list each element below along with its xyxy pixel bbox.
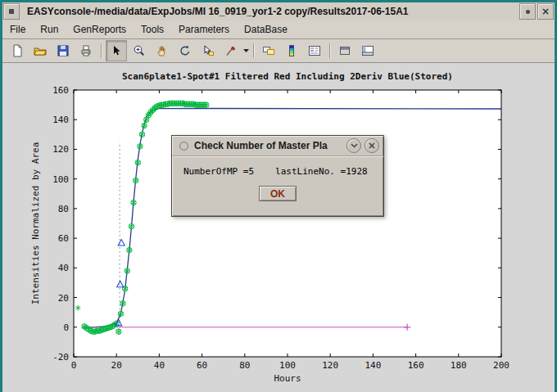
svg-text:200: 200 (493, 360, 509, 371)
chevron-down-icon (351, 142, 358, 149)
svg-text:80: 80 (239, 360, 250, 371)
number-of-mp-value: NumberOfMP =5 (183, 166, 254, 177)
brush-icon (224, 44, 238, 57)
hide-plot-tools-button[interactable] (334, 40, 355, 61)
dialog-title: Check Number of Master Pla (194, 140, 343, 151)
show-plot-tools-icon (361, 44, 374, 57)
rotate-3d-button[interactable] (174, 40, 196, 61)
open-file-button[interactable] (29, 40, 51, 61)
brush-button[interactable] (220, 40, 242, 61)
menu-bar: File Run GenReports Tools Parameters Dat… (2, 20, 555, 39)
svg-text:100: 100 (279, 360, 296, 371)
svg-text:40: 40 (58, 263, 69, 273)
last-line-no-value: lastLineNo. =1928 (275, 166, 368, 177)
svg-text:140: 140 (52, 115, 69, 125)
svg-text:0: 0 (71, 360, 77, 371)
link-plot-button[interactable] (258, 40, 279, 61)
new-file-button[interactable] (7, 40, 28, 61)
svg-text:0: 0 (63, 322, 69, 333)
dialog-shade-button[interactable] (346, 138, 361, 153)
toolbar-separator (329, 43, 330, 58)
hide-plot-tools-icon (338, 44, 351, 57)
svg-text:160: 160 (408, 360, 424, 371)
svg-text:60: 60 (58, 233, 69, 244)
insert-legend-button[interactable] (304, 40, 325, 61)
svg-text:60: 60 (197, 360, 207, 371)
zoom-in-icon (133, 44, 146, 57)
insert-colorbar-button[interactable] (281, 40, 302, 61)
iconify-button[interactable] (519, 3, 536, 20)
svg-text:40: 40 (154, 360, 165, 371)
pan-hand-icon (156, 44, 169, 57)
svg-text:180: 180 (451, 360, 467, 371)
svg-text:100: 100 (52, 174, 69, 185)
menu-run[interactable]: Run (33, 20, 66, 38)
dialog-check-number-of-master-plates: Check Number of Master Pla NumberOfMP =5… (171, 135, 384, 217)
print-button[interactable] (75, 40, 97, 61)
dialog-body: NumberOfMP =5 lastLineNo. =1928 OK (172, 156, 383, 201)
figure-area: 020406080100120140160180200-200204060801… (2, 63, 555, 392)
toolbar-separator (101, 43, 102, 58)
svg-text:Intensities Normalized by Area: Intensities Normalized by Area (30, 142, 41, 305)
select-arrow-button[interactable] (106, 40, 127, 61)
menu-file[interactable]: File (2, 20, 33, 38)
menu-database[interactable]: DataBase (237, 20, 295, 38)
dialog-icon (179, 142, 188, 151)
save-button[interactable] (52, 40, 74, 61)
window-title: EASYconsole-/media/data/ExpJobs/MI 16_09… (20, 6, 519, 17)
svg-text:120: 120 (52, 144, 69, 155)
iconify-icon (526, 10, 530, 14)
close-icon (369, 142, 375, 149)
data-cursor-icon (202, 44, 215, 57)
insert-legend-icon (308, 44, 321, 57)
svg-text:-20: -20 (52, 352, 69, 363)
toolbar (2, 39, 555, 63)
svg-text:20: 20 (58, 293, 69, 304)
menu-tools[interactable]: Tools (134, 20, 171, 38)
plot-axes[interactable]: 020406080100120140160180200-200204060801… (2, 63, 555, 391)
new-file-icon (11, 44, 24, 57)
dropdown-caret-icon (243, 49, 250, 53)
save-floppy-icon (57, 44, 70, 57)
open-folder-icon (34, 44, 47, 57)
brush-dropdown-button[interactable] (242, 41, 250, 61)
close-icon: × (541, 7, 550, 16)
zoom-in-button[interactable] (129, 40, 150, 61)
data-cursor-button[interactable] (197, 40, 219, 61)
close-button[interactable]: × (537, 3, 554, 20)
select-arrow-icon (110, 44, 123, 57)
svg-text:Scan6plate1-Spot#1 Filtered Re: Scan6plate1-Spot#1 Filtered Red Includin… (122, 71, 453, 82)
menu-parameters[interactable]: Parameters (171, 20, 237, 38)
svg-text:Hours: Hours (274, 373, 301, 384)
rotate-3d-icon (179, 44, 192, 57)
menu-genreports[interactable]: GenReports (66, 20, 134, 38)
window-titlebar: EASYconsole-/media/data/ExpJobs/MI 16_09… (2, 2, 555, 20)
svg-text:160: 160 (52, 85, 69, 96)
window-menu-button[interactable] (3, 3, 20, 20)
ok-button[interactable]: OK (259, 186, 297, 201)
window-menu-icon (9, 9, 14, 14)
svg-text:20: 20 (111, 360, 122, 371)
dialog-close-button[interactable] (365, 138, 379, 153)
pan-hand-button[interactable] (152, 40, 173, 61)
insert-colorbar-icon (285, 44, 298, 57)
link-plot-icon (262, 44, 275, 57)
toolbar-separator (253, 43, 254, 58)
show-plot-tools-button[interactable] (357, 40, 378, 61)
svg-text:140: 140 (365, 360, 381, 371)
svg-text:80: 80 (58, 204, 69, 214)
print-icon (79, 44, 93, 57)
dialog-message: NumberOfMP =5 lastLineNo. =1928 (183, 166, 372, 177)
svg-text:120: 120 (322, 360, 338, 371)
dialog-titlebar[interactable]: Check Number of Master Pla (172, 136, 383, 156)
app-window: EASYconsole-/media/data/ExpJobs/MI 16_09… (0, 0, 557, 392)
